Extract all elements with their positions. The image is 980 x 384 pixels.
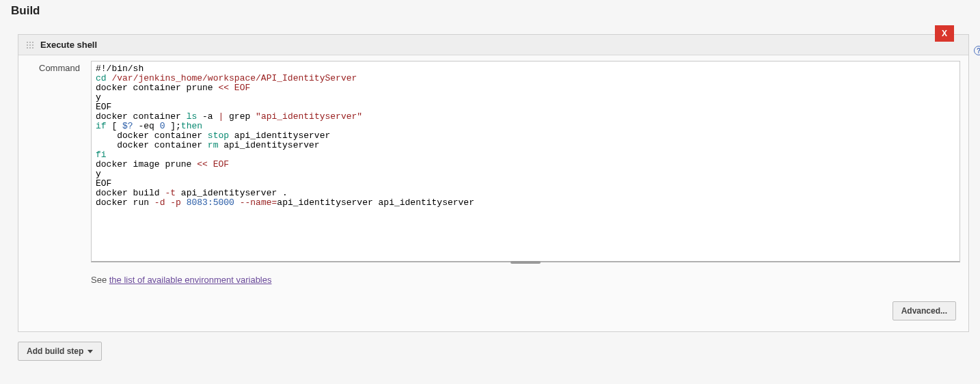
command-textarea[interactable]: #!/bin/sh cd /var/jenkins_home/workspace… — [91, 61, 960, 262]
drag-handle-icon[interactable] — [25, 40, 35, 50]
command-label: Command — [39, 61, 91, 320]
add-build-step-button[interactable]: Add build step — [18, 342, 102, 361]
advanced-button[interactable]: Advanced... — [893, 301, 956, 320]
build-section-title: Build — [11, 4, 969, 18]
build-step-header: Execute shell — [18, 35, 968, 55]
chevron-down-icon — [87, 350, 93, 353]
build-step-title: Execute shell — [40, 40, 97, 50]
help-icon[interactable]: ? — [974, 46, 980, 55]
env-vars-hint: See the list of available environment va… — [91, 275, 960, 285]
env-vars-link[interactable]: the list of available environment variab… — [109, 275, 272, 285]
build-step-execute-shell: ? Execute shell Command #!/bin/sh cd /va… — [18, 34, 969, 332]
resize-handle[interactable] — [511, 261, 541, 264]
delete-step-button[interactable]: X — [935, 25, 954, 42]
